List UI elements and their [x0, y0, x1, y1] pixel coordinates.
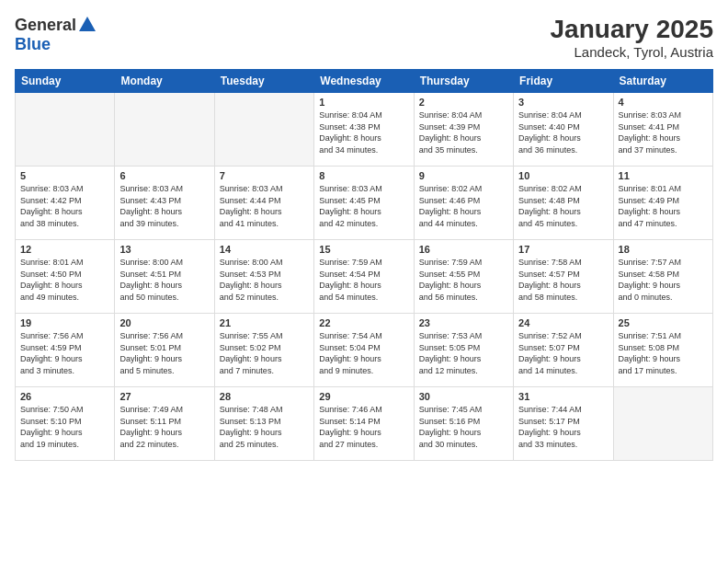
table-row: 1Sunrise: 8:04 AM Sunset: 4:38 PM Daylig…: [314, 93, 414, 167]
day-info: Sunrise: 7:51 AM Sunset: 5:08 PM Dayligh…: [619, 330, 708, 376]
header: General Blue January 2025 Landeck, Tyrol…: [15, 15, 713, 60]
table-row: 20Sunrise: 7:56 AM Sunset: 5:01 PM Dayli…: [115, 314, 214, 387]
day-number: 3: [518, 97, 608, 108]
day-number: 22: [319, 317, 408, 328]
day-number: 1: [319, 97, 408, 108]
day-info: Sunrise: 7:58 AM Sunset: 4:57 PM Dayligh…: [518, 257, 608, 303]
calendar-week-5: 26Sunrise: 7:50 AM Sunset: 5:10 PM Dayli…: [16, 387, 713, 461]
day-info: Sunrise: 8:04 AM Sunset: 4:38 PM Dayligh…: [319, 109, 408, 155]
day-number: 31: [518, 391, 608, 402]
day-number: 5: [20, 170, 109, 181]
table-row: 3Sunrise: 8:04 AM Sunset: 4:40 PM Daylig…: [514, 93, 613, 167]
table-row: [613, 387, 712, 461]
day-info: Sunrise: 8:04 AM Sunset: 4:40 PM Dayligh…: [518, 109, 608, 155]
day-info: Sunrise: 7:45 AM Sunset: 5:16 PM Dayligh…: [419, 404, 508, 450]
calendar-title: January 2025: [551, 15, 713, 44]
logo: General Blue: [15, 15, 98, 54]
logo-text: General Blue: [15, 15, 98, 54]
day-number: 16: [419, 244, 508, 255]
logo-general: General: [15, 16, 76, 35]
day-number: 28: [220, 391, 309, 402]
day-info: Sunrise: 8:03 AM Sunset: 4:43 PM Dayligh…: [119, 183, 209, 229]
table-row: 29Sunrise: 7:46 AM Sunset: 5:14 PM Dayli…: [314, 387, 414, 461]
day-info: Sunrise: 7:59 AM Sunset: 4:54 PM Dayligh…: [319, 257, 408, 303]
day-number: 30: [419, 391, 508, 402]
table-row: 25Sunrise: 7:51 AM Sunset: 5:08 PM Dayli…: [613, 314, 712, 387]
day-number: 7: [220, 170, 309, 181]
table-row: 16Sunrise: 7:59 AM Sunset: 4:55 PM Dayli…: [414, 240, 513, 314]
th-tuesday: Tuesday: [214, 70, 313, 93]
logo-icon: [77, 15, 97, 35]
day-info: Sunrise: 8:01 AM Sunset: 4:49 PM Dayligh…: [619, 183, 708, 229]
calendar-week-1: 1Sunrise: 8:04 AM Sunset: 4:38 PM Daylig…: [16, 93, 713, 167]
day-info: Sunrise: 7:59 AM Sunset: 4:55 PM Dayligh…: [419, 257, 508, 303]
day-info: Sunrise: 7:54 AM Sunset: 5:04 PM Dayligh…: [319, 330, 408, 376]
table-row: 21Sunrise: 7:55 AM Sunset: 5:02 PM Dayli…: [214, 314, 313, 387]
table-row: [16, 93, 115, 167]
day-number: 4: [619, 97, 708, 108]
page: General Blue January 2025 Landeck, Tyrol…: [0, 0, 728, 563]
day-info: Sunrise: 7:48 AM Sunset: 5:13 PM Dayligh…: [220, 404, 309, 450]
th-monday: Monday: [115, 70, 214, 93]
table-row: 2Sunrise: 8:04 AM Sunset: 4:39 PM Daylig…: [414, 93, 513, 167]
day-info: Sunrise: 7:57 AM Sunset: 4:58 PM Dayligh…: [619, 257, 708, 303]
table-row: [214, 93, 313, 167]
th-wednesday: Wednesday: [314, 70, 414, 93]
table-row: 19Sunrise: 7:56 AM Sunset: 4:59 PM Dayli…: [16, 314, 115, 387]
title-block: January 2025 Landeck, Tyrol, Austria: [551, 15, 713, 60]
table-row: 13Sunrise: 8:00 AM Sunset: 4:51 PM Dayli…: [115, 240, 214, 314]
day-number: 6: [119, 170, 209, 181]
logo-blue: Blue: [15, 35, 51, 53]
table-row: 7Sunrise: 8:03 AM Sunset: 4:44 PM Daylig…: [214, 167, 313, 240]
table-row: 26Sunrise: 7:50 AM Sunset: 5:10 PM Dayli…: [16, 387, 115, 461]
table-row: 4Sunrise: 8:03 AM Sunset: 4:41 PM Daylig…: [613, 93, 712, 167]
day-number: 11: [619, 170, 708, 181]
day-number: 25: [619, 317, 708, 328]
day-number: 21: [220, 317, 309, 328]
day-info: Sunrise: 8:00 AM Sunset: 4:53 PM Dayligh…: [220, 257, 309, 303]
table-row: 12Sunrise: 8:01 AM Sunset: 4:50 PM Dayli…: [16, 240, 115, 314]
day-number: 12: [20, 244, 109, 255]
table-row: 6Sunrise: 8:03 AM Sunset: 4:43 PM Daylig…: [115, 167, 214, 240]
day-info: Sunrise: 7:56 AM Sunset: 4:59 PM Dayligh…: [20, 330, 109, 376]
day-number: 13: [119, 244, 209, 255]
day-number: 2: [419, 97, 508, 108]
table-row: 31Sunrise: 7:44 AM Sunset: 5:17 PM Dayli…: [514, 387, 613, 461]
day-number: 20: [119, 317, 209, 328]
table-row: 8Sunrise: 8:03 AM Sunset: 4:45 PM Daylig…: [314, 167, 414, 240]
day-info: Sunrise: 7:53 AM Sunset: 5:05 PM Dayligh…: [419, 330, 508, 376]
day-info: Sunrise: 8:01 AM Sunset: 4:50 PM Dayligh…: [20, 257, 109, 303]
day-info: Sunrise: 7:44 AM Sunset: 5:17 PM Dayligh…: [518, 404, 608, 450]
header-row: Sunday Monday Tuesday Wednesday Thursday…: [16, 70, 713, 93]
day-info: Sunrise: 8:03 AM Sunset: 4:41 PM Dayligh…: [619, 109, 708, 155]
table-row: 14Sunrise: 8:00 AM Sunset: 4:53 PM Dayli…: [214, 240, 313, 314]
day-number: 15: [319, 244, 408, 255]
calendar-week-2: 5Sunrise: 8:03 AM Sunset: 4:42 PM Daylig…: [16, 167, 713, 240]
table-row: 15Sunrise: 7:59 AM Sunset: 4:54 PM Dayli…: [314, 240, 414, 314]
table-row: 11Sunrise: 8:01 AM Sunset: 4:49 PM Dayli…: [613, 167, 712, 240]
day-number: 26: [20, 391, 109, 402]
table-row: 9Sunrise: 8:02 AM Sunset: 4:46 PM Daylig…: [414, 167, 513, 240]
table-row: 27Sunrise: 7:49 AM Sunset: 5:11 PM Dayli…: [115, 387, 214, 461]
day-info: Sunrise: 7:50 AM Sunset: 5:10 PM Dayligh…: [20, 404, 109, 450]
table-row: 23Sunrise: 7:53 AM Sunset: 5:05 PM Dayli…: [414, 314, 513, 387]
th-thursday: Thursday: [414, 70, 513, 93]
day-number: 14: [220, 244, 309, 255]
day-info: Sunrise: 7:49 AM Sunset: 5:11 PM Dayligh…: [119, 404, 209, 450]
svg-marker-0: [79, 17, 96, 31]
table-row: 18Sunrise: 7:57 AM Sunset: 4:58 PM Dayli…: [613, 240, 712, 314]
day-info: Sunrise: 7:55 AM Sunset: 5:02 PM Dayligh…: [220, 330, 309, 376]
day-number: 8: [319, 170, 408, 181]
calendar-table: Sunday Monday Tuesday Wednesday Thursday…: [15, 69, 713, 461]
table-row: 17Sunrise: 7:58 AM Sunset: 4:57 PM Dayli…: [514, 240, 613, 314]
calendar-subtitle: Landeck, Tyrol, Austria: [551, 44, 713, 60]
table-row: [115, 93, 214, 167]
th-saturday: Saturday: [613, 70, 712, 93]
day-number: 24: [518, 317, 608, 328]
day-info: Sunrise: 8:00 AM Sunset: 4:51 PM Dayligh…: [119, 257, 209, 303]
calendar-week-3: 12Sunrise: 8:01 AM Sunset: 4:50 PM Dayli…: [16, 240, 713, 314]
day-info: Sunrise: 8:02 AM Sunset: 4:46 PM Dayligh…: [419, 183, 508, 229]
day-number: 23: [419, 317, 508, 328]
day-number: 17: [518, 244, 608, 255]
table-row: 28Sunrise: 7:48 AM Sunset: 5:13 PM Dayli…: [214, 387, 313, 461]
